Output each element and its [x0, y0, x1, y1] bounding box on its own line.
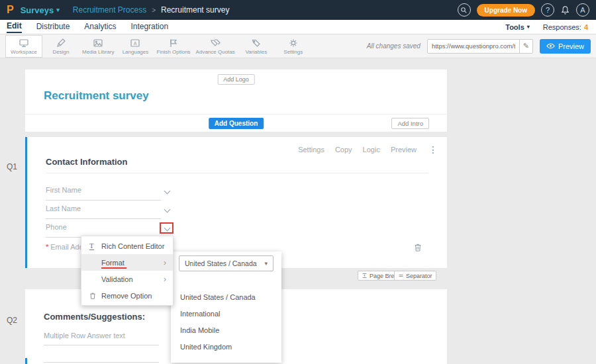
menu-item-rich-content-editor[interactable]: T Rich Content Editor — [81, 238, 173, 254]
tab-integration[interactable]: Integration — [130, 22, 168, 32]
toolbar-item-workspace[interactable]: Workspace — [5, 35, 42, 58]
question-title[interactable]: Contact Information — [46, 157, 128, 167]
breadcrumb: Recruitment Process > Recruitment survey — [73, 5, 230, 15]
field-context-menu: T Rich Content Editor Format › Validatio… — [81, 236, 174, 306]
menu-item-format[interactable]: Format › — [81, 254, 173, 271]
format-option-india-mobile[interactable]: India Mobile — [171, 322, 281, 338]
product-switcher[interactable]: Surveys ▾ — [21, 5, 60, 15]
question-divider — [46, 173, 428, 173]
format-option-united-kingdom[interactable]: United Kingdom — [171, 338, 281, 355]
preview-button[interactable]: Preview — [540, 39, 591, 54]
selected-question-border-fragment — [25, 358, 27, 364]
trash-icon — [414, 243, 422, 252]
tab-edit[interactable]: Edit — [7, 21, 22, 33]
survey-title[interactable]: Recruitment survey — [44, 89, 149, 103]
format-select[interactable]: United States / Canada ▾ — [179, 255, 273, 271]
toolbar-item-languages[interactable]: A Languages — [117, 35, 154, 58]
question-title[interactable]: Comments/Suggestions: — [44, 312, 145, 322]
workspace-icon — [19, 38, 29, 48]
field-row-last-name[interactable]: Last Name — [46, 205, 161, 219]
add-question-button[interactable]: Add Question — [209, 118, 264, 129]
toolbar-item-design[interactable]: Design — [42, 35, 79, 58]
chevron-down-icon[interactable] — [164, 188, 171, 195]
questionpro-logo[interactable]: P — [7, 4, 14, 16]
toolbar-item-advance-quotas[interactable]: Advance Quotas — [193, 35, 238, 58]
breadcrumb-separator-icon: > — [152, 7, 156, 14]
caret-down-icon: ▾ — [56, 7, 60, 13]
toolbar-item-variables[interactable]: Variables — [238, 35, 275, 58]
survey-header-card: Add Logo Recruitment survey — [25, 69, 447, 114]
survey-url-input[interactable] — [428, 42, 519, 50]
question-copy-action[interactable]: Copy — [335, 146, 352, 154]
submenu-arrow-icon: › — [164, 258, 166, 267]
caret-down-icon: ▾ — [527, 24, 530, 30]
chevron-down-icon[interactable] — [164, 206, 171, 213]
field-row-first-name[interactable]: First Name — [46, 186, 161, 201]
add-intro-button[interactable]: Add Intro — [391, 118, 429, 129]
format-selected-value: United States / Canada — [185, 259, 257, 267]
breadcrumb-current: Recruitment survey — [161, 5, 229, 15]
menu-item-validation[interactable]: Validation › — [81, 271, 173, 287]
breadcrumb-parent-link[interactable]: Recruitment Process — [73, 5, 146, 15]
main-tabs: Edit Distribute Analytics Integration To… — [0, 20, 596, 34]
tab-analytics[interactable]: Analytics — [84, 22, 116, 32]
answer-row-underline — [44, 345, 159, 345]
delete-question-button[interactable] — [414, 243, 422, 255]
separator-label: Separator — [406, 273, 432, 279]
toolbar-item-label: Design — [53, 49, 70, 55]
languages-icon: A — [130, 38, 140, 48]
variables-icon — [251, 38, 262, 48]
caret-down-icon: ▾ — [264, 261, 268, 267]
trash-icon-glyph — [89, 292, 96, 300]
format-option-international[interactable]: International — [171, 305, 281, 322]
toolbar-item-label: Finish Options — [156, 49, 190, 55]
eye-icon — [546, 43, 555, 49]
bell-icon — [560, 5, 570, 15]
format-option-us-canada[interactable]: United States / Canada — [171, 289, 281, 305]
toolbar-item-label: Media Library — [82, 49, 114, 55]
tabbar-right: Tools ▾ Responses:4 — [505, 23, 588, 31]
survey-url-box: ✎ — [427, 39, 533, 54]
advance-quotas-icon — [210, 38, 221, 48]
toolbar-item-label: Workspace — [11, 49, 37, 55]
menu-item-remove-option[interactable]: Remove Option — [81, 287, 173, 304]
tools-label: Tools — [505, 23, 524, 31]
separator-icon — [398, 273, 404, 279]
answer-placeholder[interactable]: Multiple Row Answer text — [44, 332, 125, 340]
help-button[interactable]: ? — [541, 3, 554, 17]
field-label: Last Name — [46, 205, 81, 212]
toolbar-item-media-library[interactable]: Media Library — [79, 35, 117, 58]
toolbar-item-finish-options[interactable]: Finish Options — [154, 35, 193, 58]
design-icon — [56, 38, 66, 48]
edit-url-button[interactable]: ✎ — [519, 40, 532, 53]
separator-button[interactable]: Separator — [394, 271, 436, 281]
topbar: P Surveys ▾ Recruitment Process > Recrui… — [0, 0, 596, 20]
tools-menu[interactable]: Tools ▾ — [505, 23, 530, 31]
media-library-icon — [93, 38, 103, 48]
toolbar-item-settings[interactable]: Settings — [275, 35, 312, 58]
editor-toolbar: Workspace Design Media Library A Languag… — [0, 34, 596, 58]
add-logo-button[interactable]: Add Logo — [217, 74, 255, 85]
field-label: Phone — [46, 223, 67, 231]
chevron-down-icon[interactable] — [164, 225, 171, 232]
menu-item-label: Rich Content Editor — [101, 242, 164, 250]
responses-link[interactable]: Responses:4 — [543, 23, 588, 31]
question-settings-action[interactable]: Settings — [298, 146, 324, 154]
question-preview-action[interactable]: Preview — [391, 146, 417, 154]
preview-label: Preview — [558, 42, 584, 50]
notifications-button[interactable] — [560, 5, 570, 15]
tab-distribute[interactable]: Distribute — [36, 22, 70, 32]
kebab-menu-icon[interactable]: ⋮ — [428, 144, 438, 155]
finish-options-icon — [168, 38, 179, 48]
save-status: All changes saved — [367, 42, 421, 50]
settings-gear-icon — [288, 38, 299, 48]
avatar[interactable]: A — [576, 3, 589, 17]
toolbar-item-label: Settings — [283, 49, 303, 55]
field-label: First Name — [46, 186, 81, 194]
menu-item-label: Validation — [101, 275, 133, 283]
upgrade-now-button[interactable]: Upgrade Now — [477, 4, 535, 17]
toolbar-right: All changes saved ✎ Preview — [367, 39, 591, 54]
question-logic-action[interactable]: Logic — [363, 146, 380, 154]
question-number-q2: Q2 — [7, 316, 17, 325]
search-button[interactable] — [458, 3, 471, 17]
